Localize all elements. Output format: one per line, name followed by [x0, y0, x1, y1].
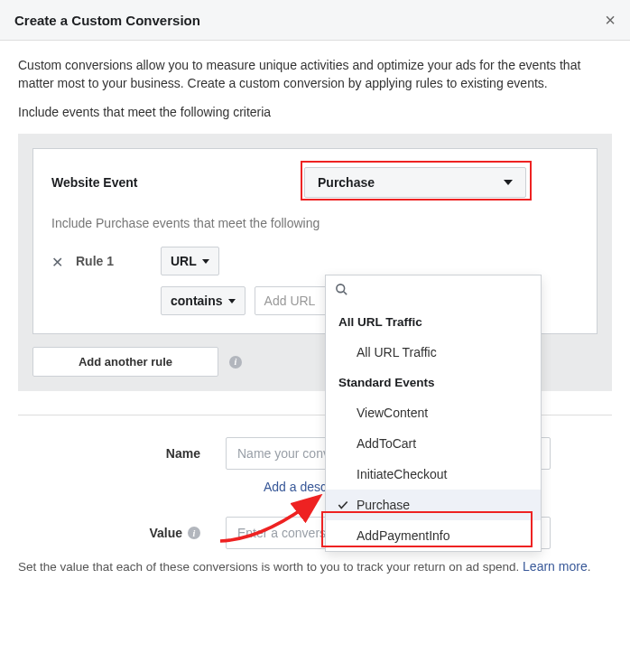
- check-icon: [337, 499, 349, 514]
- website-event-dropdown[interactable]: Purchase: [304, 167, 526, 198]
- dropdown-item-label: Purchase: [357, 498, 410, 512]
- intro-text: Custom conversions allow you to measure …: [18, 57, 612, 92]
- search-icon: [335, 283, 348, 296]
- dropdown-item-viewcontent[interactable]: ViewContent: [326, 397, 541, 428]
- dropdown-list[interactable]: All URL Traffic All URL Traffic Standard…: [326, 307, 541, 551]
- chevron-down-icon: [228, 299, 236, 303]
- footer-text-part: Set the value that each of these convers…: [18, 560, 523, 574]
- dropdown-item-initiatecheckout[interactable]: InitiateCheckout: [326, 459, 541, 490]
- close-icon[interactable]: ×: [605, 11, 616, 29]
- chevron-down-icon: [202, 259, 209, 264]
- learn-more-link[interactable]: Learn more: [523, 559, 588, 574]
- remove-rule-icon[interactable]: ✕: [51, 247, 63, 271]
- modal-header: Create a Custom Conversion ×: [0, 0, 630, 41]
- rule-number-label: Rule 1: [76, 247, 148, 268]
- add-another-rule-button[interactable]: Add another rule: [32, 347, 218, 377]
- rule-operator-dropdown[interactable]: contains: [161, 286, 246, 315]
- dropdown-item-addtocart[interactable]: AddToCart: [326, 428, 541, 459]
- svg-point-0: [337, 285, 345, 293]
- website-event-label: Website Event: [51, 175, 304, 190]
- dropdown-section-header: Standard Events: [326, 368, 541, 397]
- modal-body-scroll[interactable]: Custom conversions allow you to measure …: [0, 41, 630, 672]
- chevron-down-icon: [504, 180, 513, 185]
- dropdown-item-all-url-traffic[interactable]: All URL Traffic: [326, 337, 541, 368]
- rule-field-value: URL: [171, 254, 197, 268]
- dropdown-section-header: All URL Traffic: [326, 307, 541, 337]
- event-dropdown-panel: All URL Traffic All URL Traffic Standard…: [325, 275, 542, 552]
- dropdown-item-addpaymentinfo[interactable]: AddPaymentInfo: [326, 520, 541, 551]
- name-label: Name: [18, 446, 226, 461]
- modal-title: Create a Custom Conversion: [14, 13, 200, 28]
- info-icon[interactable]: i: [229, 356, 242, 369]
- rule-operator-value: contains: [171, 294, 223, 308]
- svg-line-1: [344, 292, 347, 294]
- dropdown-search[interactable]: [326, 275, 541, 307]
- website-event-selected: Purchase: [318, 175, 375, 190]
- value-label: Value: [149, 526, 182, 540]
- footer-help-text: Set the value that each of these convers…: [18, 558, 612, 576]
- rule-field-dropdown[interactable]: URL: [161, 247, 219, 275]
- info-icon[interactable]: i: [188, 527, 200, 539]
- include-events-text: Include Purchase events that meet the fo…: [51, 216, 579, 230]
- criteria-text: Include events that meet the following c…: [18, 105, 612, 119]
- dropdown-item-purchase[interactable]: Purchase: [326, 490, 541, 520]
